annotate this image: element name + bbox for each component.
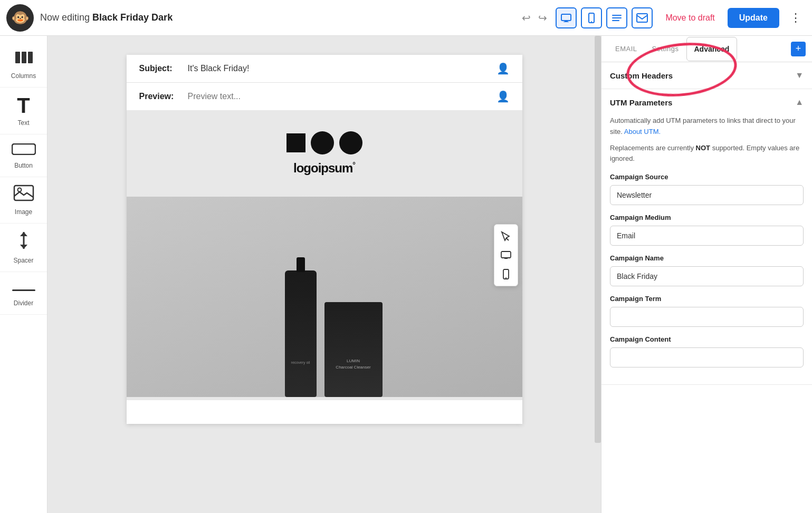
svg-rect-17 (501, 251, 511, 258)
utm-title: UTM Parameters (610, 98, 795, 107)
left-sidebar: Columns T Text Button Image (0, 36, 47, 513)
preview-label: Preview: (139, 92, 181, 101)
sidebar-item-text[interactable]: T Text (0, 88, 47, 134)
main-layout: Columns T Text Button Image (0, 36, 812, 513)
utm-note: Replacements are currently NOT supported… (610, 143, 804, 165)
logo-circle-small (339, 131, 362, 154)
mobile-view-button[interactable] (581, 7, 602, 28)
campaign-term-label: Campaign Term (610, 295, 804, 303)
campaign-content-label: Campaign Content (610, 335, 804, 343)
subject-label: Subject: (139, 64, 181, 73)
svg-rect-6 (612, 17, 622, 18)
svg-rect-1 (565, 21, 568, 22)
logo-area: logoipsum° (127, 110, 522, 197)
utm-content: Automatically add UTM parameters to link… (601, 115, 812, 384)
button-icon (12, 142, 36, 159)
utm-chevron: ▲ (795, 98, 804, 107)
floating-toolbar (494, 224, 518, 286)
campaign-source-group: Campaign Source (610, 173, 804, 205)
svg-rect-16 (12, 289, 35, 291)
svg-point-4 (591, 21, 592, 22)
columns-label: Columns (11, 72, 36, 80)
about-utm-link[interactable]: About UTM. (624, 128, 661, 135)
product-image-area: recovery oil LUMINCharcoal Cleanser (127, 197, 522, 397)
topbar: 🐵 Now editing Black Friday Dark ↩ ↪ (0, 0, 812, 36)
image-icon (13, 185, 34, 205)
sidebar-item-spacer[interactable]: Spacer (0, 224, 47, 272)
button-label: Button (14, 162, 33, 169)
campaign-content-group: Campaign Content (610, 335, 804, 367)
panel-tabs: EMAIL Settings Advanced + (601, 36, 812, 62)
text-view-button[interactable] (606, 7, 627, 28)
logo-avatar: 🐵 (6, 4, 34, 32)
text-label: Text (17, 119, 29, 127)
svg-rect-11 (28, 52, 33, 63)
divider-label: Divider (14, 299, 33, 307)
preview-input[interactable] (188, 92, 490, 101)
email-editor: Subject: It's Black Friday! 👤 Preview: 👤 (127, 55, 522, 424)
svg-point-20 (505, 277, 507, 278)
product-bottle-short: LUMINCharcoal Cleanser (324, 302, 383, 397)
select-tool-button[interactable] (499, 229, 513, 244)
editing-title: Now editing Black Friday Dark (40, 12, 513, 23)
svg-rect-7 (612, 20, 619, 21)
campaign-medium-label: Campaign Medium (610, 214, 804, 221)
campaign-term-input[interactable] (610, 307, 804, 327)
tab-advanced[interactable]: Advanced (686, 37, 738, 61)
campaign-medium-input[interactable] (610, 226, 804, 246)
divider-icon (12, 279, 35, 296)
canvas-area: Subject: It's Black Friday! 👤 Preview: 👤 (47, 36, 601, 513)
desktop-preview-button[interactable] (499, 249, 513, 262)
preview-personalize-icon[interactable]: 👤 (496, 90, 510, 103)
logo-circle-big (311, 131, 334, 154)
right-panel: EMAIL Settings Advanced + Custom Headers… (601, 36, 812, 513)
campaign-name-input[interactable] (610, 266, 804, 286)
email-view-button[interactable] (632, 7, 653, 28)
subject-value[interactable]: It's Black Friday! (188, 64, 490, 73)
sidebar-item-image[interactable]: Image (0, 177, 47, 224)
campaign-term-group: Campaign Term (610, 295, 804, 327)
sidebar-item-button[interactable]: Button (0, 134, 47, 177)
redo-button[interactable]: ↪ (536, 9, 549, 26)
undo-redo-group: ↩ ↪ (520, 9, 549, 26)
undo-button[interactable]: ↩ (520, 9, 533, 26)
custom-headers-section: Custom Headers ▼ (601, 62, 812, 89)
custom-headers-title: Custom Headers (610, 71, 795, 80)
logo-text: logoipsum° (293, 161, 355, 176)
campaign-source-label: Campaign Source (610, 173, 804, 181)
utm-description: Automatically add UTM parameters to link… (610, 115, 804, 138)
svg-rect-5 (612, 15, 622, 16)
move-to-draft-button[interactable]: Move to draft (659, 9, 721, 27)
svg-rect-0 (561, 14, 571, 21)
subject-personalize-icon[interactable]: 👤 (496, 62, 510, 75)
utm-header[interactable]: UTM Parameters ▲ (601, 89, 812, 115)
svg-rect-12 (12, 144, 35, 154)
campaign-name-group: Campaign Name (610, 254, 804, 286)
spacer-icon (16, 231, 32, 254)
mobile-preview-button[interactable] (499, 267, 513, 282)
tab-settings[interactable]: Settings (645, 37, 686, 60)
view-mode-group (556, 7, 653, 28)
more-options-button[interactable]: ⋮ (786, 9, 806, 27)
campaign-content-input[interactable] (610, 347, 804, 367)
logo-shapes (286, 131, 362, 154)
campaign-source-input[interactable] (610, 185, 804, 205)
custom-headers-header[interactable]: Custom Headers ▼ (601, 62, 812, 89)
desktop-view-button[interactable] (556, 7, 577, 28)
spacer-label: Spacer (13, 257, 33, 264)
update-button[interactable]: Update (728, 8, 779, 28)
campaign-name-label: Campaign Name (610, 254, 804, 262)
tab-email[interactable]: EMAIL (608, 37, 645, 60)
svg-rect-9 (15, 52, 20, 63)
template-name: Black Friday Dark (92, 12, 173, 23)
text-icon: T (17, 95, 30, 116)
sidebar-item-columns[interactable]: Columns (0, 42, 47, 88)
columns-icon (14, 50, 33, 69)
sidebar-item-divider[interactable]: Divider (0, 272, 47, 315)
utm-section: UTM Parameters ▲ Automatically add UTM p… (601, 89, 812, 385)
svg-rect-13 (14, 186, 33, 200)
product-bottle-tall: recovery oil (285, 270, 317, 397)
add-panel-button[interactable]: + (791, 42, 806, 56)
image-label: Image (15, 208, 32, 216)
svg-rect-8 (637, 14, 647, 22)
